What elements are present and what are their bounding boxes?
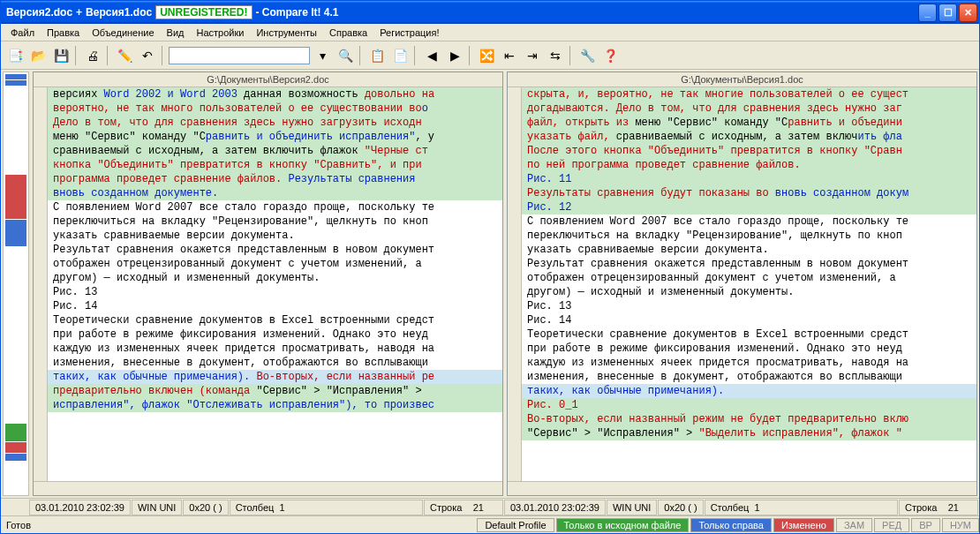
text-line[interactable]: предварительно включен (команда "Сервис"…	[48, 384, 502, 398]
search-dropdown[interactable]	[169, 47, 310, 64]
save-icon[interactable]: 💾	[50, 45, 72, 66]
title-plus: +	[76, 6, 82, 19]
profile-label[interactable]: Default Profile	[477, 518, 554, 532]
text-line[interactable]: при работе в режиме фиксирования изменен…	[48, 327, 502, 342]
maximize-button[interactable]: ☐	[939, 4, 957, 22]
num-indicator: НУМ	[942, 518, 979, 532]
menu-объединение[interactable]: Объединение	[86, 26, 160, 40]
text-line[interactable]: Теоретически сравнение документов в Exce…	[48, 313, 502, 327]
open-icon[interactable]: 📂	[27, 45, 49, 66]
text-line[interactable]: при работе в режиме фиксирования изменен…	[522, 342, 976, 356]
text-line[interactable]: догадываются. Дело в том, что для сравне…	[522, 102, 976, 116]
text-line[interactable]: версиях Word 2002 и Word 2003 данная воз…	[48, 87, 502, 102]
title-app: - Compare It! 4.1	[256, 6, 339, 19]
text-line[interactable]: каждую из измененных ячеек придется прос…	[48, 342, 502, 356]
left-hscroll[interactable]	[34, 481, 502, 495]
bookmark-next-icon[interactable]: ▶	[444, 45, 465, 66]
merge-icon[interactable]: 🔀	[476, 45, 497, 66]
edit-icon[interactable]: ✏️	[114, 45, 135, 66]
text-line[interactable]: Результат сравнения окажется представлен…	[48, 243, 502, 257]
text-line[interactable]: исправления", флажок "Отслеживать исправ…	[48, 398, 502, 412]
left-hex: 0x20 ( )	[183, 500, 228, 515]
text-line[interactable]: изменения, внесенные в документ, отображ…	[522, 370, 976, 384]
left-pane-path: G:\Документы\Версия2.doc	[34, 72, 502, 87]
right-enc: WIN UNI	[607, 500, 657, 515]
bookmark-prev-icon[interactable]: ◀	[421, 45, 442, 66]
menu-вид[interactable]: Вид	[161, 26, 191, 40]
text-line[interactable]: вновь созданном документе.	[48, 186, 502, 200]
menu-справка[interactable]: Справка	[323, 26, 373, 40]
text-line[interactable]: Рис. 14	[522, 313, 976, 327]
text-line[interactable]: сравниваемый с исходным, а затем включит…	[48, 144, 502, 158]
menu-инструменты[interactable]: Инструменты	[250, 26, 323, 40]
text-line[interactable]: С появлением Word 2007 все стало гораздо…	[48, 200, 502, 214]
unregistered-badge: UNREGISTERED!	[155, 5, 252, 19]
text-line[interactable]: переключиться на вкладку "Рецензирование…	[48, 214, 502, 229]
dropdown-arrow-icon[interactable]: ▾	[312, 45, 333, 66]
menu-настройки[interactable]: Настройки	[190, 26, 250, 40]
text-line[interactable]: Рис. 0_1	[522, 398, 976, 412]
right-hex: 0x20 ( )	[658, 500, 703, 515]
status-ready: Готов	[1, 517, 36, 533]
left-text[interactable]: версиях Word 2002 и Word 2003 данная воз…	[48, 87, 502, 481]
merge-left-icon[interactable]: ⇤	[499, 45, 520, 66]
text-line[interactable]: Рис. 12	[522, 200, 976, 214]
text-line[interactable]: Результат сравнения окажется представлен…	[522, 257, 976, 271]
text-line[interactable]: другом) — исходный и измененный документ…	[48, 271, 502, 285]
text-line[interactable]: Рис. 13	[522, 299, 976, 313]
search-icon[interactable]: 🔍	[335, 45, 356, 66]
text-line[interactable]: по ней программа проведет сравнение файл…	[522, 158, 976, 172]
text-line[interactable]: меню "Сервис" команду "Сравнить и объеди…	[48, 130, 502, 144]
text-line[interactable]: файл, открыть из меню "Сервис" команду "…	[522, 116, 976, 130]
main-statusbar: Готов Default Profile Только в исходном …	[1, 515, 979, 533]
text-line[interactable]: С появлением Word 2007 все стало гораздо…	[522, 214, 976, 229]
right-hscroll[interactable]	[508, 481, 976, 495]
left-pane: G:\Документы\Версия2.doc версиях Word 20…	[33, 71, 503, 496]
text-line[interactable]: указать сравниваемые версии документа.	[48, 229, 502, 243]
close-button[interactable]: ✕	[959, 4, 977, 22]
text-line[interactable]: Рис. 13	[48, 285, 502, 299]
text-line[interactable]: таких, как обычные примечания). Во-вторы…	[48, 370, 502, 384]
text-line[interactable]: каждую из измененных ячеек придется прос…	[522, 356, 976, 370]
left-date: 03.01.2010 23:02:39	[29, 500, 131, 515]
overview-strip[interactable]	[3, 71, 29, 496]
merge-all-icon[interactable]: ⇆	[545, 45, 566, 66]
new-compare-icon[interactable]: 📑	[4, 45, 26, 66]
right-pane: G:\Документы\Версия1.doc скрыта, и, веро…	[507, 71, 977, 496]
merge-right-icon[interactable]: ⇥	[522, 45, 543, 66]
copy-icon[interactable]: 📋	[366, 45, 388, 66]
right-date: 03.01.2010 23:02:39	[504, 500, 606, 515]
text-line[interactable]: Дело в том, что для сравнения здесь нужн…	[48, 116, 502, 130]
text-line[interactable]: отображен отрецензированный документ с у…	[48, 257, 502, 271]
help-icon[interactable]: ❓	[599, 45, 621, 66]
text-line[interactable]: Результаты сравнения будут показаны во в…	[522, 186, 976, 200]
text-line[interactable]: Рис. 14	[48, 299, 502, 313]
right-text[interactable]: скрыта, и, вероятно, не так многие польз…	[522, 87, 976, 481]
text-line[interactable]: скрыта, и, вероятно, не так многие польз…	[522, 87, 976, 102]
toolbar: 📑 📂 💾 🖨 ✏️ ↶ ▾ 🔍 📋 📄 ◀ ▶ 🔀 ⇤ ⇥ ⇆ 🔧 ❓	[1, 41, 979, 70]
text-line[interactable]: указать сравниваемые версии документа.	[522, 243, 976, 257]
text-line[interactable]: переключиться на вкладку "Рецензирование…	[522, 229, 976, 243]
text-line[interactable]: изменения, внесенные в документ, отображ…	[48, 356, 502, 370]
menu-регистрация![interactable]: Регистрация!	[373, 26, 445, 40]
settings-icon[interactable]: 🔧	[577, 45, 598, 66]
text-line[interactable]: Рис. 11	[522, 172, 976, 186]
text-line[interactable]: Во-вторых, если названный режим не будет…	[522, 412, 976, 426]
paste-icon[interactable]: 📄	[389, 45, 411, 66]
text-line[interactable]: вероятно, не так много пользователей о е…	[48, 102, 502, 116]
text-line[interactable]: После этого кнопка "Объединить" преврати…	[522, 144, 976, 158]
text-line[interactable]: Теоретически сравнение документов в Exce…	[522, 327, 976, 342]
text-line[interactable]: другом) — исходный и измененный документ…	[522, 285, 976, 299]
text-line[interactable]: отображен отрецензированный документ с у…	[522, 271, 976, 285]
text-line[interactable]: указать файл, сравниваемый с исходным, а…	[522, 130, 976, 144]
print-icon[interactable]: 🖨	[82, 45, 103, 66]
menu-правка[interactable]: Правка	[41, 26, 86, 40]
text-line[interactable]: "Сервис" > "Исправления" > "Выделить исп…	[522, 426, 976, 440]
text-line[interactable]: кнопка "Объединить" превратится в кнопку…	[48, 158, 502, 172]
text-line[interactable]: таких, как обычные примечания).	[522, 384, 976, 398]
undo-icon[interactable]: ↶	[137, 45, 158, 66]
minimize-button[interactable]: _	[918, 4, 937, 22]
menu-файл[interactable]: Файл	[4, 26, 41, 40]
text-line[interactable]: программа проведет сравнение файлов. Рез…	[48, 172, 502, 186]
app-window: Версия2.doc + Версия1.doc UNREGISTERED! …	[0, 0, 980, 534]
